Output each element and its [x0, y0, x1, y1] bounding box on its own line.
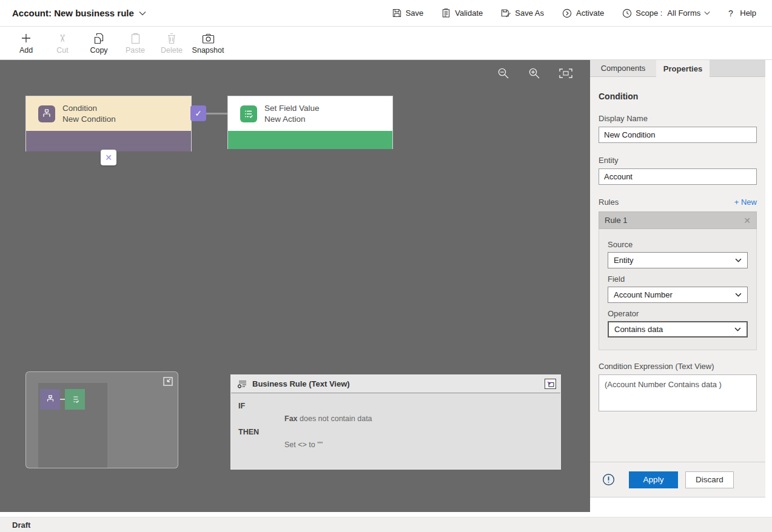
- minimap[interactable]: [25, 371, 178, 468]
- condition-node-band: [26, 131, 191, 151]
- condition-expression-box[interactable]: (Account Number Contains data ): [599, 374, 757, 411]
- scope-value: All Forms: [667, 8, 700, 18]
- operator-value: Contains data: [614, 325, 663, 334]
- apply-button[interactable]: Apply: [629, 471, 678, 488]
- condition-icon: [38, 105, 55, 122]
- main-area: Condition New Condition ✓ Set Field Valu…: [0, 60, 772, 512]
- rules-row: Rules + New: [599, 198, 757, 207]
- chevron-down-icon: [734, 327, 741, 331]
- set-field-value-node[interactable]: Set Field Value New Action: [227, 96, 393, 149]
- popout-icon: [547, 381, 554, 387]
- activate-button[interactable]: Activate: [562, 8, 604, 18]
- copy-button[interactable]: Copy: [85, 32, 113, 55]
- add-label: Add: [19, 46, 33, 55]
- help-button[interactable]: ? Help: [728, 8, 756, 18]
- check-icon: ✓: [195, 108, 202, 118]
- copy-icon: [93, 33, 104, 44]
- page-title-rule: New business rule: [54, 8, 134, 18]
- chevron-down-icon: [704, 11, 710, 15]
- chevron-down-icon: [139, 11, 146, 16]
- svg-text:?: ?: [728, 8, 733, 18]
- add-button[interactable]: Add: [12, 32, 40, 55]
- paste-button[interactable]: Paste: [121, 32, 149, 55]
- text-view-popout-button[interactable]: [545, 379, 556, 389]
- breadcrumb[interactable]: Account: New business rule: [0, 8, 146, 18]
- designer-canvas[interactable]: Condition New Condition ✓ Set Field Valu…: [0, 60, 590, 512]
- delete-icon: [167, 33, 176, 44]
- text-view-header[interactable]: Business Rule (Text View): [231, 375, 560, 393]
- save-icon: [392, 8, 401, 18]
- entity-input[interactable]: [599, 168, 757, 185]
- activate-label: Activate: [576, 8, 604, 18]
- help-label: Help: [740, 8, 756, 18]
- operator-select[interactable]: Contains data: [608, 321, 748, 337]
- condition-type-label: Condition: [62, 103, 116, 114]
- fit-to-screen-icon[interactable]: [559, 68, 572, 78]
- if-keyword: IF: [238, 402, 553, 410]
- text-view-body: IF Fax does not contain data THEN Set <>…: [231, 393, 560, 462]
- rule-1-card: Source Entity Field Account Number Opera…: [599, 229, 757, 350]
- condition-node[interactable]: Condition New Condition: [25, 96, 192, 151]
- page-title: Account: New business rule: [12, 8, 134, 18]
- minimap-connector: [60, 399, 65, 400]
- action-node-labels: Set Field Value New Action: [264, 103, 320, 125]
- condition-expression-label: Condition Expression (Text View): [599, 362, 757, 371]
- source-value: Entity: [614, 256, 634, 265]
- discard-button[interactable]: Discard: [685, 471, 734, 488]
- tab-properties[interactable]: Properties: [656, 60, 710, 77]
- paste-label: Paste: [126, 46, 145, 55]
- field-select[interactable]: Account Number: [608, 287, 748, 303]
- cut-label: Cut: [56, 46, 68, 55]
- scope-dropdown[interactable]: Scope : All Forms: [622, 8, 710, 18]
- copy-label: Copy: [90, 46, 107, 55]
- chevron-down-icon: [735, 293, 742, 297]
- save-as-label: Save As: [515, 8, 544, 18]
- business-rule-text-view: Business Rule (Text View) IF Fax does no…: [230, 374, 561, 470]
- app-window: Account: New business rule Save Validate…: [0, 0, 772, 532]
- action-name-label: New Action: [264, 114, 320, 125]
- zoom-out-icon[interactable]: [497, 67, 509, 79]
- properties-panel: Components Properties Condition Display …: [590, 60, 765, 497]
- rule-1-header[interactable]: Rule 1 ✕: [599, 211, 757, 229]
- cut-button[interactable]: ✂ Cut: [49, 32, 76, 55]
- cut-icon: ✂: [56, 34, 69, 42]
- panel-section-title: Condition: [599, 91, 757, 101]
- snapshot-button[interactable]: Snapshot: [194, 32, 222, 55]
- then-keyword: THEN: [238, 428, 553, 436]
- minimap-collapse-icon[interactable]: [163, 377, 173, 386]
- new-rule-link[interactable]: + New: [734, 198, 757, 207]
- validate-button[interactable]: Validate: [441, 8, 483, 18]
- info-icon[interactable]: [602, 473, 615, 486]
- text-view-icon: [237, 379, 247, 389]
- save-as-button[interactable]: Save As: [501, 8, 544, 18]
- true-branch-connector[interactable]: ✓: [190, 105, 206, 121]
- if-clause-subject: Fax: [284, 414, 298, 423]
- text-view-title: Business Rule (Text View): [252, 379, 350, 388]
- add-icon: [21, 33, 32, 44]
- save-button[interactable]: Save: [392, 8, 424, 18]
- delete-button[interactable]: Delete: [158, 32, 186, 55]
- panel-content: Condition Display Name Entity Rules + Ne…: [590, 91, 765, 411]
- display-name-input[interactable]: [599, 127, 757, 143]
- operator-label: Operator: [608, 309, 748, 318]
- activate-icon: [562, 8, 572, 18]
- delete-label: Delete: [161, 46, 183, 55]
- condition-name-label: New Condition: [62, 114, 116, 125]
- source-select[interactable]: Entity: [608, 252, 748, 268]
- action-type-label: Set Field Value: [264, 103, 320, 114]
- tab-components[interactable]: Components: [590, 60, 656, 77]
- scope-label: Scope :: [636, 8, 662, 18]
- x-icon: ✕: [105, 153, 112, 162]
- set-field-value-icon: [240, 105, 257, 122]
- top-command-bar: Account: New business rule Save Validate…: [0, 0, 772, 27]
- page-title-entity: Account:: [12, 8, 52, 18]
- panel-footer: Apply Discard: [590, 462, 765, 497]
- zoom-in-icon[interactable]: [528, 67, 540, 79]
- false-branch-connector[interactable]: ✕: [101, 150, 116, 165]
- editor-toolbar: Add ✂ Cut Copy Paste Delete Snapshot: [0, 27, 772, 60]
- action-node-header: Set Field Value New Action: [228, 96, 392, 131]
- source-label: Source: [608, 240, 748, 249]
- status-bar: Draft: [0, 517, 772, 532]
- snapshot-icon: [202, 33, 215, 44]
- rule-close-icon[interactable]: ✕: [743, 216, 751, 225]
